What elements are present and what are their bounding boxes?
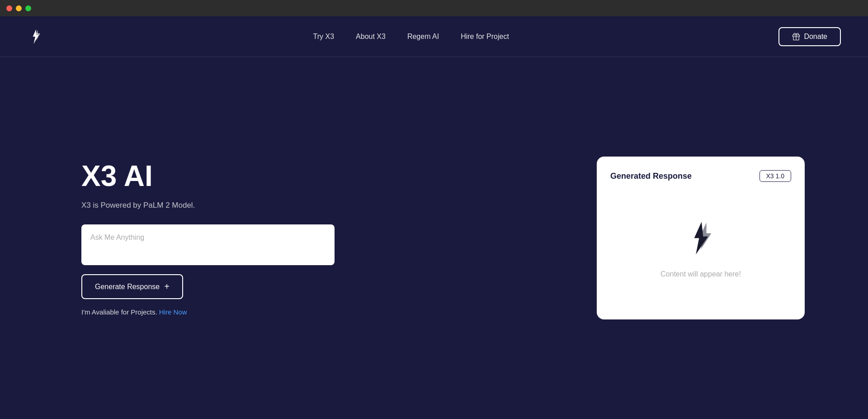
logo[interactable] [27, 29, 43, 45]
maximize-button[interactable] [25, 5, 31, 11]
plus-icon: + [164, 281, 170, 292]
ask-input[interactable] [81, 224, 335, 265]
generate-response-button[interactable]: Generate Response + [81, 274, 183, 299]
close-button[interactable] [6, 5, 12, 11]
nav-item-try-x3[interactable]: Try X3 [313, 33, 335, 41]
response-content: Content will appear here! [610, 191, 791, 306]
nav-item-about-x3[interactable]: About X3 [356, 33, 386, 41]
hero-left: X3 AI X3 is Powered by PaLM 2 Model. Gen… [81, 160, 335, 316]
nav-links: Try X3 About X3 Regem AI Hire for Projec… [313, 33, 509, 41]
donate-button[interactable]: Donate [778, 27, 841, 46]
card-logo-icon [680, 219, 721, 259]
hero-subtitle: X3 is Powered by PaLM 2 Model. [81, 201, 335, 210]
nav-item-hire-for-project[interactable]: Hire for Project [461, 33, 509, 41]
navbar: Try X3 About X3 Regem AI Hire for Projec… [0, 16, 868, 57]
response-card: Generated Response X3 1.0 Content will a… [597, 157, 805, 319]
hero-title: X3 AI [81, 160, 335, 192]
window-chrome [0, 0, 868, 16]
hire-now-link[interactable]: Hire Now [159, 308, 187, 316]
hero-section: X3 AI X3 is Powered by PaLM 2 Model. Gen… [0, 57, 868, 419]
response-card-header: Generated Response X3 1.0 [610, 170, 791, 182]
response-title: Generated Response [610, 171, 692, 181]
hire-text: I'm Avaliable for Projects. Hire Now [81, 308, 335, 316]
version-badge: X3 1.0 [760, 170, 791, 182]
logo-icon [27, 29, 43, 45]
minimize-button[interactable] [16, 5, 22, 11]
nav-item-regem-ai[interactable]: Regem AI [407, 33, 439, 41]
app: Try X3 About X3 Regem AI Hire for Projec… [0, 16, 868, 419]
gift-icon [792, 33, 800, 41]
response-placeholder: Content will appear here! [660, 270, 741, 278]
